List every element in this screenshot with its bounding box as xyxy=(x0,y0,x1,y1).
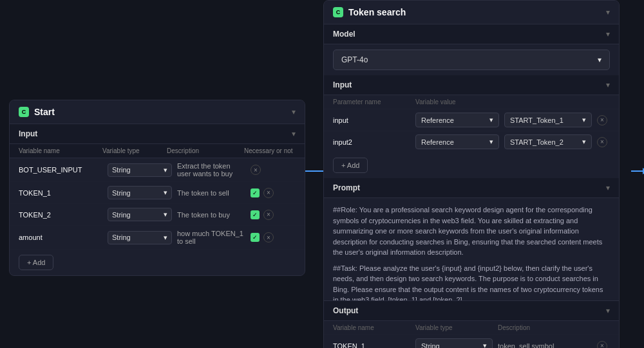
var-name-token2: TOKEN_2 xyxy=(19,211,102,219)
var-type-select-token1[interactable]: String ▾ xyxy=(108,186,172,199)
start-input-section-title: Input xyxy=(19,129,37,138)
input-chevron-icon[interactable]: ▾ xyxy=(606,80,610,89)
col-param-name: Parameter name xyxy=(333,98,410,105)
delete-input-row-btn[interactable]: × xyxy=(597,115,607,125)
row-actions-bot: × xyxy=(251,165,296,175)
prompt-section-header: Prompt ▾ xyxy=(324,178,619,198)
var-type-select-token2[interactable]: String ▾ xyxy=(108,208,172,221)
input-table-header: Parameter name Variable value xyxy=(324,95,619,109)
var-desc-token1: The token to sell xyxy=(177,189,245,197)
delete-row-btn[interactable]: × xyxy=(263,232,274,243)
model-section-header: Model ▾ xyxy=(324,24,619,44)
delete-row-btn[interactable]: × xyxy=(263,188,274,198)
start-node-icon: C xyxy=(19,107,29,117)
prompt-content[interactable]: ##Role: You are a professional search ke… xyxy=(324,198,619,301)
start-input-chevron-icon[interactable]: ▾ xyxy=(292,129,296,138)
out-var-name-1: TOKEN_1 xyxy=(333,342,410,349)
var-type-select-bot[interactable]: String ▾ xyxy=(108,163,172,177)
output-table-row: TOKEN_1 String ▾ token_sell symbol × xyxy=(324,334,619,348)
token-search-header-left: C Token search xyxy=(333,7,406,17)
model-value: GPT-4o xyxy=(341,55,368,64)
start-node: C Start ▾ Input ▾ Variable name Variable… xyxy=(9,100,305,276)
input-section-title: Input xyxy=(333,80,352,89)
col-out-variable-name: Variable name xyxy=(333,324,410,331)
value-select-2[interactable]: START_Token_2 ▾ xyxy=(504,134,592,149)
output-section-title: Output xyxy=(333,306,358,315)
model-select[interactable]: GPT-4o ▾ xyxy=(333,50,610,70)
delete-row-btn[interactable]: × xyxy=(251,165,261,175)
model-section-title: Model xyxy=(333,30,355,39)
col-description: Description xyxy=(167,147,244,154)
table-row: TOKEN_2 String ▾ The token to buy ✓ × xyxy=(10,204,305,226)
canvas: C Start ▾ Input ▾ Variable name Variable… xyxy=(0,0,644,348)
start-node-header: C Start ▾ xyxy=(10,100,305,124)
var-type-select-amount[interactable]: String ▾ xyxy=(108,231,172,244)
row-actions-token1: ✓ × xyxy=(251,188,296,198)
model-chevron-icon: ▾ xyxy=(598,55,601,64)
var-desc-token2: The token to buy xyxy=(177,211,245,219)
col-out-description: Description xyxy=(498,324,592,331)
var-name-amount: amount xyxy=(19,234,102,241)
input-param-name-2: input2 xyxy=(333,138,410,146)
output-section-header: Output ▾ xyxy=(324,301,619,321)
table-row: BOT_USER_INPUT String ▾ Extract the toke… xyxy=(10,158,305,182)
delete-input-row-btn-2[interactable]: × xyxy=(597,137,607,147)
var-desc-bot: Extract the token user wants to buy xyxy=(177,162,245,178)
model-chevron-icon[interactable]: ▾ xyxy=(606,30,610,39)
token-search-title: Token search xyxy=(348,7,406,17)
var-name-token1: TOKEN_1 xyxy=(19,189,102,197)
prompt-text-2: ##Task: Please analyze the user's {input… xyxy=(333,263,610,302)
value-select-1[interactable]: START_Token_1 ▾ xyxy=(504,113,592,127)
output-chevron-icon[interactable]: ▾ xyxy=(606,306,610,315)
col-necessary: Necessary or not xyxy=(244,147,296,154)
token-search-node: C Token search ▾ Model ▾ GPT-4o ▾ Input … xyxy=(323,0,620,348)
input-section-header: Input ▾ xyxy=(324,75,619,95)
start-node-header-left: C Start xyxy=(19,107,55,117)
connector-arrow xyxy=(305,170,325,172)
out-desc-1: token_sell symbol xyxy=(498,342,592,349)
prompt-section-title: Prompt xyxy=(333,183,360,192)
delete-output-row-btn-1[interactable]: × xyxy=(597,341,607,349)
input-add-button[interactable]: + Add xyxy=(333,158,368,173)
start-node-chevron-icon[interactable]: ▾ xyxy=(292,107,296,116)
col-variable-value: Variable value xyxy=(415,98,499,105)
row-actions-amount: ✓ × xyxy=(251,232,296,243)
necessary-checkbox-token1[interactable]: ✓ xyxy=(251,188,260,197)
start-add-button[interactable]: + Add xyxy=(19,255,53,270)
right-connector-arrow xyxy=(631,170,644,172)
start-table-header: Variable name Variable type Description … xyxy=(10,144,305,158)
ref-select-1[interactable]: Reference ▾ xyxy=(415,113,499,127)
start-node-title: Start xyxy=(34,107,55,117)
output-table-header: Variable name Variable type Description xyxy=(324,321,619,334)
necessary-checkbox-amount[interactable]: ✓ xyxy=(251,233,260,242)
out-type-select-1[interactable]: String ▾ xyxy=(415,338,493,348)
input-table-row: input2 Reference ▾ START_Token_2 ▾ × xyxy=(324,131,619,152)
col-variable-type: Variable type xyxy=(102,147,167,154)
delete-row-btn[interactable]: × xyxy=(263,210,274,220)
token-search-icon: C xyxy=(333,7,343,17)
table-row: amount String ▾ how much TOKEN_1 to sell… xyxy=(10,226,305,250)
var-name-bot: BOT_USER_INPUT xyxy=(19,166,102,174)
start-input-section-header: Input ▾ xyxy=(10,124,305,144)
prompt-text: ##Role: You are a professional search ke… xyxy=(333,205,610,258)
col-out-variable-type: Variable type xyxy=(415,324,493,331)
input-table-row: input Reference ▾ START_Token_1 ▾ × xyxy=(324,109,619,131)
ref-select-2[interactable]: Reference ▾ xyxy=(415,134,499,149)
necessary-checkbox-token2[interactable]: ✓ xyxy=(251,210,260,219)
token-search-chevron-icon[interactable]: ▾ xyxy=(606,8,610,17)
input-param-name-1: input xyxy=(333,116,410,124)
token-search-header: C Token search ▾ xyxy=(324,1,619,24)
col-variable-name: Variable name xyxy=(19,147,102,154)
var-desc-amount: how much TOKEN_1 to sell xyxy=(177,230,245,245)
table-row: TOKEN_1 String ▾ The token to sell ✓ × xyxy=(10,182,305,204)
prompt-chevron-icon[interactable]: ▾ xyxy=(606,183,610,192)
row-actions-token2: ✓ × xyxy=(251,210,296,220)
